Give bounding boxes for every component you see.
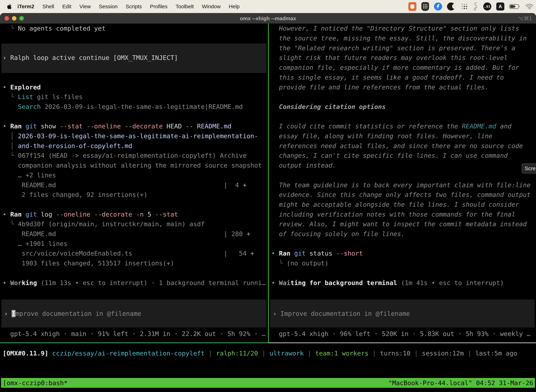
screen-tooltip: Scre [522, 163, 536, 173]
screenshare-icon[interactable] [408, 2, 416, 11]
right-input-text: Improve documentation in @filename [280, 310, 410, 317]
terminal-line: └ 4b9d30f (origin/main, instructkr/main,… [0, 219, 268, 229]
terminal-line: slight risk that future readers may over… [269, 53, 536, 63]
terminal-line: 2 files changed, 92 insertions(+) [0, 190, 268, 200]
terminal-line: README.md | 280 + [0, 229, 268, 239]
menu-item-edit[interactable]: Edit [58, 4, 76, 9]
wifi-icon[interactable] [526, 4, 533, 9]
terminal-line: … +1901 lines [0, 239, 268, 248]
terminal-line: • Ran git status --short [269, 248, 536, 258]
terminal-line: Considering citation options [269, 102, 536, 112]
menu-item-toolbelt[interactable]: Toolbelt [172, 4, 198, 9]
right-session-status: gpt-5.4 xhigh · 96% left · 520K in · 5.8… [269, 329, 536, 339]
right-prompt-input[interactable]: › Improve documentation in @filename [270, 299, 535, 327]
terminal-line: this single essay, it seems like a good … [269, 73, 536, 82]
window-shortcut-badge: ⌥⌘1 [518, 13, 532, 24]
tmux-status-bar: [omx-cczip0:bash* "MacBook-Pro-44.local"… [1, 378, 535, 388]
terminal-line: changes, I can't cite specific file line… [269, 151, 536, 160]
title-bar: omx --xhigh --madmax ⌥⌘1 [0, 13, 536, 23]
menu-bar: iTerm2ShellEditViewSessionScriptsProfile… [0, 0, 536, 13]
terminal-line: │ and-the-erosion-of-copyleft.md [0, 141, 268, 151]
terminal-line: └ List git ls-files [0, 92, 268, 102]
input-source-icon[interactable]: A [496, 2, 504, 10]
text-cursor: I [12, 310, 15, 317]
terminal-line: might be acceptable alongside the file l… [269, 200, 536, 210]
app-grid-shield-icon[interactable] [421, 2, 429, 11]
pane-divider[interactable] [268, 23, 269, 343]
terminal-line: └ (no output) [269, 258, 536, 268]
menu-item-scripts[interactable]: Scripts [122, 4, 146, 9]
terminal-line: • Working (11m 13s • esc to interrupt) ·… [0, 278, 268, 288]
terminal-line: Search 2026-03-09-is-legal-the-same-as-l… [0, 102, 268, 112]
squiggle-icon[interactable] [473, 2, 478, 11]
menu-item-shell[interactable]: Shell [38, 4, 58, 9]
terminal-line: • Explored [0, 82, 268, 92]
terminal-line: • Ran git log --oneline --decorate -n 5 … [0, 209, 268, 219]
menu-item-window[interactable]: Window [198, 4, 225, 9]
iterm-window: omx --xhigh --madmax ⌥⌘1 └ No agents com… [0, 13, 536, 392]
terminal-line: the source tree, missing the essay. Stil… [269, 33, 536, 43]
left-prompt-input[interactable]: › Improve documentation in @filename [1, 299, 267, 327]
terminal-line: 1903 files changed, 513517 insertions(+) [0, 258, 268, 268]
terminal-line: src/voice/voiceModeEnabled.ts | 54 + [0, 248, 268, 258]
menu-item-session[interactable]: Session [95, 4, 122, 9]
menu-item-help[interactable]: Help [225, 4, 244, 9]
menu-items: iTerm2ShellEditViewSessionScriptsProfile… [13, 4, 244, 9]
notch-circle-icon[interactable] [447, 2, 455, 10]
terminal-line: references need actual files, and since … [269, 141, 536, 151]
prompt-icon: › [4, 310, 12, 317]
blue-lightning-badge-icon[interactable] [434, 2, 442, 10]
right-terminal-pane: However, I noticed the "Directory Struct… [269, 23, 536, 342]
terminal-line: I could cite commit statistics or refere… [269, 121, 536, 131]
terminal-line: essay file, along with finding root file… [269, 131, 536, 141]
menu-item-view[interactable]: View [76, 4, 95, 9]
terminal-line: … +2 lines [0, 170, 268, 180]
terminal-line: › Ralph loop active continue [OMX_TMUX_I… [0, 53, 268, 63]
terminal-line: provide file and line references from th… [269, 82, 536, 92]
terminal-line: of focusing solely on file lines. [269, 229, 536, 239]
window-title: omx --xhigh --madmax [0, 13, 536, 24]
terminal-line: • Waiting for background terminal (1m 41… [269, 278, 536, 288]
screen: iTerm2ShellEditViewSessionScriptsProfile… [0, 0, 536, 392]
terminal-line: However, I noticed the "Directory Struct… [269, 23, 536, 33]
apple-menu-icon[interactable] [7, 4, 12, 9]
tmux-host-clock: "MacBook-Pro-44.local" 04:52 31-Mar-26 [388, 379, 533, 387]
tmux-window-label[interactable]: [omx-cczip0:bash* [3, 379, 67, 387]
terminal-line: the "Related research writing" section i… [269, 43, 536, 53]
terminal-line: README.md | 4 + [0, 180, 268, 190]
terminal-line: companion file, especially if more comme… [269, 63, 536, 73]
left-pane-border [0, 342, 268, 343]
menu-item-profiles[interactable]: Profiles [146, 4, 172, 9]
terminal-line: evidence. Since this change only affects… [269, 190, 536, 200]
terminal-line: [OMX#0.11.9] cczip/essay/ai-reimplementa… [0, 348, 536, 358]
terminal-line: │ 2026-03-09-is-legal-the-same-as-legiti… [0, 131, 268, 141]
prompt-icon: › [273, 310, 280, 317]
terminal-line: companion analysis without altering the … [0, 160, 268, 170]
terminal-line: output instead. [269, 160, 536, 170]
terminal-line: review. Also, I might want to inspect th… [269, 219, 536, 229]
right-pane-border [269, 342, 536, 343]
count-badge-icon[interactable]: ..61 [483, 2, 491, 10]
terminal-line: └ No agents completed yet [0, 23, 268, 33]
left-terminal-pane: └ No agents completed yet› Ralph loop ac… [0, 23, 268, 342]
menu-status-icons: ..61A [408, 2, 533, 11]
terminal-line: The team guideline is to back every impo… [269, 180, 536, 190]
left-input-text: mprove documentation in @filename [15, 310, 141, 317]
battery-icon[interactable] [509, 4, 521, 9]
terminal-line: including verification notes with those … [269, 209, 536, 219]
left-session-status: gpt-5.4 xhigh · main · 91% left · 2.31M … [0, 329, 268, 339]
terminal-line: • Ran git show --stat --oneline --decora… [0, 121, 268, 131]
omx-status-bar: [OMX#0.11.9] cczip/essay/ai-reimplementa… [0, 348, 536, 358]
terminal-line: └ 067f154 (HEAD -> essay/ai-reimplementa… [0, 151, 268, 160]
menu-item-iterm2[interactable]: iTerm2 [13, 4, 38, 9]
dots-grid-icon[interactable] [460, 2, 468, 10]
